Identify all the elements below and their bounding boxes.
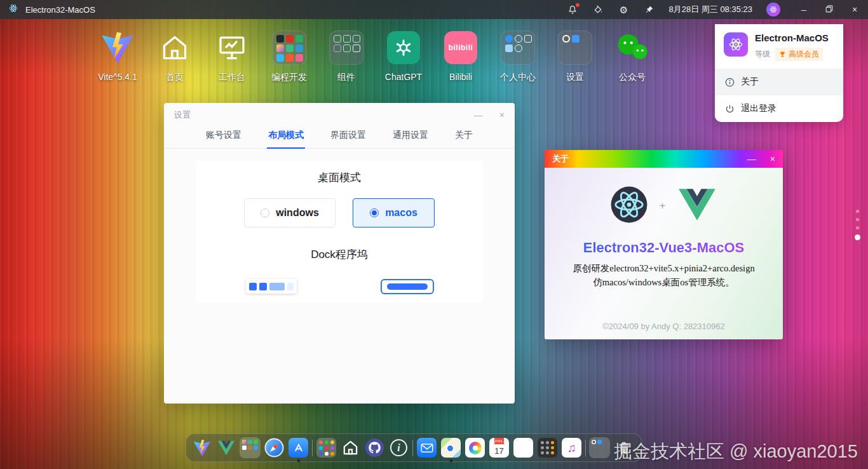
about-app-title: Electron32-Vue3-MacOS (545, 240, 783, 256)
desktop-mode-title: 桌面模式 (196, 170, 483, 185)
pager-dot[interactable] (856, 210, 859, 213)
watermark-text: 掘金技术社区 @ xiaoyan2015 (614, 439, 858, 465)
restore-button[interactable] (825, 4, 834, 15)
desktop-icon-label: 个人中心 (500, 72, 536, 83)
desktop-icon-workbench[interactable]: 工作台 (203, 29, 261, 83)
windows-taskbar-preview[interactable] (246, 279, 297, 294)
about-minimize-button[interactable]: — (747, 154, 756, 164)
tab-account-settings[interactable]: 账号设置 (205, 127, 243, 148)
window-title: Electron32-MacOS (25, 5, 95, 15)
notification-bell-icon[interactable] (567, 4, 578, 15)
menu-item-about[interactable]: 关于 (715, 69, 843, 95)
about-titlebar: 关于 — × (545, 150, 783, 168)
settings-gear-icon[interactable]: ⚙ (618, 4, 629, 15)
desktop-icon-components-folder[interactable]: 组件 (318, 29, 375, 83)
running-indicator (297, 459, 300, 462)
macos-dock-preview[interactable] (381, 279, 434, 294)
desktop-icon-label: 设置 (566, 72, 584, 83)
desktop-icon-user-center-folder[interactable]: 个人中心 (489, 29, 546, 83)
dock-previews (196, 279, 483, 296)
desktop-icon-home[interactable]: 首页 (146, 29, 203, 83)
user-menu-avatar (724, 32, 748, 57)
vip-badge-label: 高级会员 (789, 49, 819, 60)
trophy-icon (779, 51, 786, 58)
radio-windows[interactable] (261, 208, 269, 217)
minimize-button[interactable]: – (799, 4, 808, 15)
desktop-icon-label: Vite^5.4.1 (98, 72, 137, 82)
electron-logo-icon (609, 185, 649, 227)
user-level-label: 等级 (755, 49, 770, 60)
components-folder-icon (329, 31, 363, 65)
dock-dev-folder-icon[interactable] (240, 437, 261, 458)
desktop-icon-label: ChatGPT (385, 72, 422, 82)
vip-badge: 高级会员 (775, 48, 823, 61)
vue-logo-icon (676, 186, 718, 226)
top-bar: Electron32-MacOS ⚙ 8月28日 周三 08:35:23 – (0, 0, 868, 19)
notification-dot (576, 3, 580, 7)
clock-datetime[interactable]: 8月28日 周三 08:35:23 (668, 4, 752, 15)
vite-icon (100, 29, 135, 66)
desktop-icon-wechat[interactable]: 公众号 (604, 29, 661, 83)
tab-interface-settings[interactable]: 界面设置 (329, 127, 367, 148)
about-description-line2: 仿macos/windows桌面os管理系统。 (545, 276, 783, 290)
dock-notes-icon[interactable] (513, 437, 534, 458)
dock-maps-icon[interactable] (440, 437, 461, 458)
user-avatar[interactable] (766, 3, 780, 17)
dock-calculator-icon[interactable] (537, 437, 558, 458)
user-menu-header: Electron-MacOS 等级 高级会员 (715, 24, 843, 69)
power-icon (725, 104, 735, 114)
tab-general-settings[interactable]: 通用设置 (391, 127, 430, 148)
monitor-chart-icon (217, 29, 247, 66)
wechat-icon (616, 29, 649, 66)
dock-home-icon[interactable] (340, 437, 361, 458)
chatgpt-icon (387, 31, 420, 64)
menu-item-logout[interactable]: 退出登录 (715, 95, 843, 122)
layout-mode-panel: 桌面模式 windows macos Dock程序坞 (196, 161, 483, 302)
user-center-folder-icon (501, 31, 535, 65)
theme-bucket-icon[interactable] (592, 4, 604, 15)
dock-vite-icon[interactable] (191, 437, 212, 458)
settings-minimize-button[interactable]: — (474, 110, 483, 120)
dock-divider (312, 440, 313, 456)
dock-music-icon[interactable]: ♫ (561, 437, 582, 458)
desktop-icon-row: Vite^5.4.1 首页 工作台 编程开发 (89, 29, 661, 83)
pager-dot[interactable] (856, 226, 859, 229)
desktop-icon-dev-folder[interactable]: 编程开发 (261, 29, 318, 83)
dock-mail-icon[interactable] (416, 437, 437, 458)
dock-vue-icon[interactable] (215, 437, 236, 458)
option-macos-mode[interactable]: macos (353, 198, 435, 228)
pin-icon[interactable] (643, 4, 654, 15)
about-description-line1: 原创研发electron32+vite5.x+pinia2+arco.desig… (545, 262, 783, 276)
dock-calendar-icon[interactable]: JUL 17 (489, 437, 510, 458)
desktop-icon-settings-folder[interactable]: 设置 (546, 29, 604, 83)
desktop-icon-chatgpt[interactable]: ChatGPT (375, 29, 432, 83)
dock-info-icon[interactable]: i (388, 437, 409, 458)
about-footer: ©2024/09 by Andy Q: 282310962 (545, 322, 783, 331)
dock-appstore-icon[interactable] (288, 437, 309, 458)
tab-about[interactable]: 关于 (454, 127, 474, 148)
dock-divider (585, 440, 586, 456)
desktop-icon-label: Bilibili (449, 72, 472, 82)
dock-settings-folder-icon[interactable] (589, 437, 610, 458)
bilibili-icon-text: bilibili (449, 43, 473, 52)
dock-photos-icon[interactable] (465, 437, 485, 458)
desktop-icon-vite[interactable]: Vite^5.4.1 (89, 29, 146, 83)
settings-tabs: 账号设置 布局模式 界面设置 通用设置 关于 (164, 127, 515, 149)
pager-dot[interactable] (856, 218, 859, 221)
running-indicator (450, 459, 452, 462)
bilibili-icon: bilibili (444, 31, 477, 64)
tab-layout-mode[interactable]: 布局模式 (267, 127, 305, 148)
radio-macos[interactable] (370, 208, 379, 217)
dock-safari-icon[interactable] (264, 437, 285, 458)
settings-folder-icon (558, 31, 592, 65)
dock-launchpad-icon[interactable] (316, 437, 337, 458)
settings-close-button[interactable]: × (499, 110, 505, 120)
about-close-button[interactable]: × (770, 154, 775, 164)
option-windows-mode[interactable]: windows (244, 198, 336, 228)
about-description: 原创研发electron32+vite5.x+pinia2+arco.desig… (545, 262, 783, 290)
close-button[interactable]: × (850, 4, 859, 15)
desktop-icon-bilibili[interactable]: bilibili Bilibili (432, 29, 489, 83)
desktop-pager-dots (855, 210, 860, 240)
pager-dot-active[interactable] (855, 234, 860, 240)
dock-github-icon[interactable] (364, 437, 385, 458)
